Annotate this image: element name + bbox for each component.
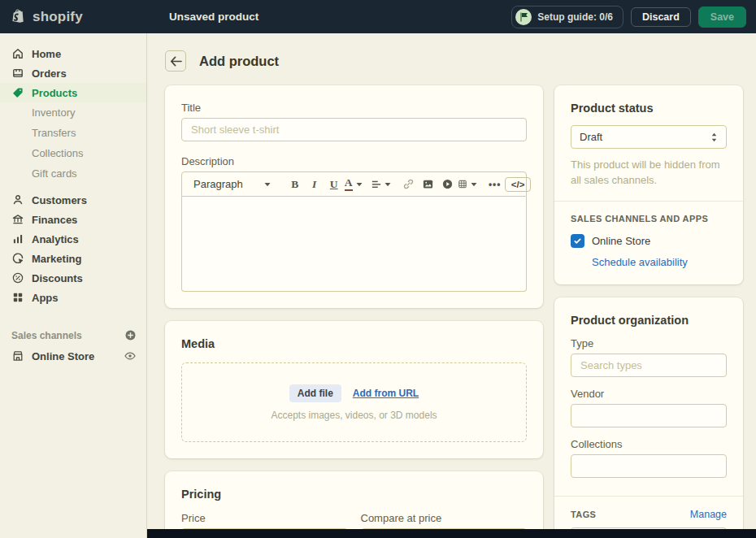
up-down-arrows-icon xyxy=(710,132,718,142)
chevron-down-icon xyxy=(385,182,391,187)
analytics-icon xyxy=(11,232,24,245)
insert-table-button[interactable] xyxy=(458,175,477,194)
show-html-button[interactable]: </> xyxy=(505,177,532,192)
status-select[interactable]: Draft xyxy=(571,125,727,149)
schedule-availability-link[interactable]: Schedule availability xyxy=(592,256,727,268)
finances-icon xyxy=(11,213,24,226)
add-file-button[interactable]: Add file xyxy=(289,384,341,402)
store-icon xyxy=(11,349,24,362)
sidebar-item-discounts[interactable]: Discounts xyxy=(0,268,146,288)
link-button[interactable] xyxy=(399,175,419,194)
brand-wordmark: shopify xyxy=(33,9,83,25)
link-icon xyxy=(402,178,415,190)
description-editor[interactable] xyxy=(181,197,527,292)
collections-input[interactable] xyxy=(571,454,727,478)
eye-icon[interactable] xyxy=(124,349,137,362)
discounts-icon xyxy=(11,271,24,284)
sales-channels-apps-heading: SALES CHANNELS AND APPS xyxy=(571,214,727,223)
status-selected-value: Draft xyxy=(580,131,602,143)
media-heading: Media xyxy=(181,337,527,350)
sidebar-item-orders[interactable]: Orders xyxy=(0,63,146,83)
chevron-down-icon xyxy=(471,182,477,187)
sidebar-item-apps[interactable]: Apps xyxy=(0,288,146,307)
sales-channels-header: Sales channels xyxy=(0,325,146,345)
compare-at-price-label: Compare at price xyxy=(361,512,528,524)
setup-guide-button[interactable]: Setup guide: 0/6 xyxy=(511,6,623,28)
sidebar-item-products[interactable]: Products xyxy=(0,83,146,102)
type-label: Type xyxy=(571,337,727,349)
sidebar-nav: Home Orders Products Inventory Transfers… xyxy=(0,33,147,538)
media-card: Media Add file Add from URL Accepts imag… xyxy=(165,321,543,458)
alignment-button[interactable] xyxy=(371,175,391,194)
apps-icon xyxy=(11,291,24,304)
bold-button[interactable]: B xyxy=(285,175,305,194)
tags-label: TAGS xyxy=(571,510,596,519)
italic-button[interactable]: I xyxy=(305,175,324,194)
sales-channels-label: Sales channels xyxy=(11,330,82,341)
add-from-url-link[interactable]: Add from URL xyxy=(353,388,419,399)
sidebar-item-label: Discounts xyxy=(32,272,83,284)
products-tag-icon xyxy=(11,86,24,99)
underline-button[interactable]: U xyxy=(324,175,344,194)
sidebar-item-label: Orders xyxy=(32,67,67,80)
page-title: Add product xyxy=(199,54,279,69)
plus-circle-icon[interactable] xyxy=(124,329,137,341)
orders-icon xyxy=(11,67,24,80)
product-organization-heading: Product organization xyxy=(571,314,727,327)
text-color-button[interactable]: A xyxy=(344,175,363,194)
sidebar-item-online-store[interactable]: Online Store xyxy=(0,345,146,367)
sidebar-item-analytics[interactable]: Analytics xyxy=(0,229,146,249)
media-dropzone[interactable]: Add file Add from URL Accepts images, vi… xyxy=(181,362,527,442)
title-label: Title xyxy=(181,102,527,114)
pricing-card: Pricing Price $ Compare at price xyxy=(165,471,543,538)
sidebar-item-gift-cards[interactable]: Gift cards xyxy=(0,163,146,184)
sidebar-item-label: Finances xyxy=(32,214,77,226)
shopify-logo[interactable]: shopify xyxy=(0,8,146,25)
product-status-card: Product status Draft This product will b… xyxy=(554,85,743,284)
description-toolbar: Paragraph B I U A xyxy=(181,171,527,197)
topbar-actions: Setup guide: 0/6 Discard Save xyxy=(511,6,756,28)
sidebar-item-collections[interactable]: Collections xyxy=(0,143,146,163)
sidebar-item-label: Analytics xyxy=(32,233,79,245)
save-button[interactable]: Save xyxy=(698,7,746,28)
paragraph-label: Paragraph xyxy=(193,178,243,190)
type-input[interactable] xyxy=(571,354,727,377)
online-store-label: Online Store xyxy=(592,235,650,247)
marketing-icon xyxy=(11,252,24,265)
sidebar-item-marketing[interactable]: Marketing xyxy=(0,249,146,268)
title-input[interactable] xyxy=(181,118,527,141)
back-button[interactable] xyxy=(165,50,186,72)
sidebar-item-finances[interactable]: Finances xyxy=(0,210,146,229)
media-helper-text: Accepts images, videos, or 3D models xyxy=(271,410,437,421)
topbar-page-title: Unsaved product xyxy=(169,11,259,23)
insert-video-button[interactable] xyxy=(438,175,458,194)
align-left-icon xyxy=(371,180,381,189)
video-icon xyxy=(441,178,454,190)
paragraph-style-dropdown[interactable]: Paragraph xyxy=(187,178,277,190)
insert-image-button[interactable] xyxy=(419,175,438,194)
product-status-heading: Product status xyxy=(571,102,727,115)
vendor-input[interactable] xyxy=(571,404,727,427)
sidebar-item-label: Products xyxy=(32,87,77,99)
online-store-checkbox[interactable] xyxy=(571,234,584,248)
collections-label: Collections xyxy=(571,438,727,450)
more-options-button[interactable]: ••• xyxy=(485,175,505,194)
check-icon xyxy=(573,236,582,245)
sidebar-item-label: Home xyxy=(32,48,61,60)
flag-icon xyxy=(515,9,532,25)
sidebar-item-inventory[interactable]: Inventory xyxy=(0,102,146,123)
discard-button[interactable]: Discard xyxy=(631,7,691,27)
manage-tags-link[interactable]: Manage xyxy=(690,509,727,520)
sidebar-item-transfers[interactable]: Transfers xyxy=(0,123,146,143)
bottom-window-edge xyxy=(147,529,756,538)
chevron-down-icon xyxy=(356,182,363,187)
channel-label: Online Store xyxy=(32,350,94,362)
sidebar-item-customers[interactable]: Customers xyxy=(0,190,146,210)
image-icon xyxy=(422,178,434,190)
pricing-heading: Pricing xyxy=(181,488,527,501)
sidebar-item-home[interactable]: Home xyxy=(0,44,146,63)
setup-guide-label: Setup guide: 0/6 xyxy=(537,11,613,23)
customers-icon xyxy=(11,193,24,206)
sidebar-item-label: Customers xyxy=(32,194,87,206)
shopify-bag-icon xyxy=(11,8,27,25)
